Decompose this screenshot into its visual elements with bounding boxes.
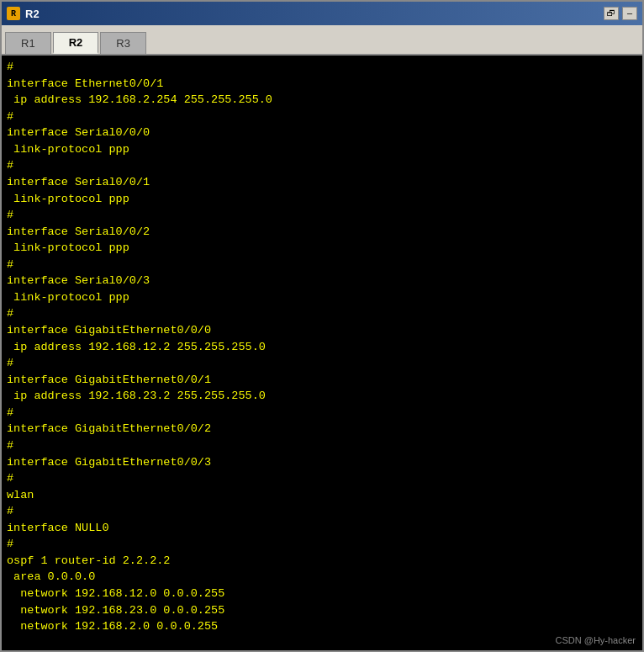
terminal-area[interactable]: # interface Ethernet0/0/1 ip address 192… xyxy=(2,56,642,650)
tab-r2[interactable]: R2 xyxy=(53,32,99,54)
title-bar-left: R R2 xyxy=(7,7,40,20)
title-bar: R R2 🗗 — xyxy=(2,2,642,25)
tab-bar: R1 R2 R3 xyxy=(2,25,642,56)
tab-r3[interactable]: R3 xyxy=(100,32,146,54)
title-bar-buttons: 🗗 — xyxy=(604,7,637,20)
watermark: CSDN @Hy-hacker xyxy=(555,635,636,645)
minimize-button[interactable]: — xyxy=(622,7,637,20)
window-icon: R xyxy=(7,7,20,20)
main-window: R R2 🗗 — R1 R2 R3 # interface Ethernet0/… xyxy=(0,0,644,652)
window-title: R2 xyxy=(25,8,40,20)
terminal-content: # interface Ethernet0/0/1 ip address 192… xyxy=(7,59,637,635)
restore-button[interactable]: 🗗 xyxy=(604,7,619,20)
tab-r1[interactable]: R1 xyxy=(5,32,51,54)
